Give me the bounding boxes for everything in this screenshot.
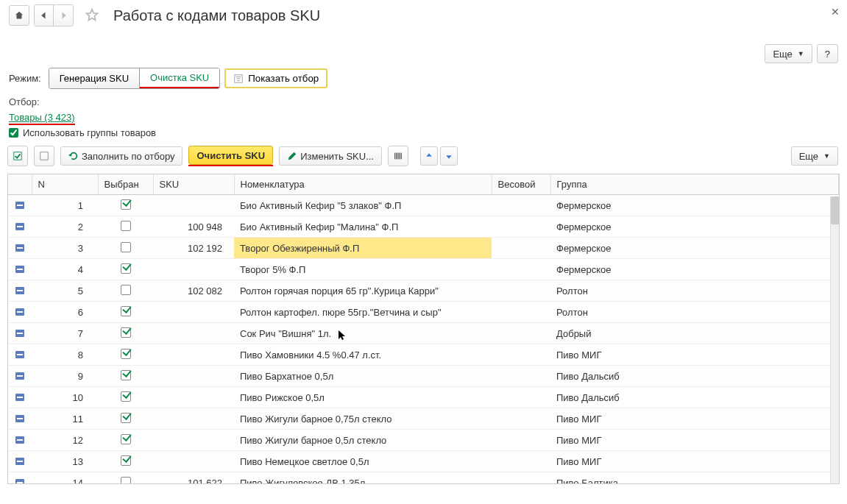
- fill-by-filter-button[interactable]: Заполнить по отбору: [60, 146, 182, 166]
- barcode-button[interactable]: [388, 146, 408, 166]
- row-checkbox[interactable]: [121, 263, 131, 274]
- col-weight-header[interactable]: Весовой: [492, 174, 550, 195]
- cell-weight: [492, 302, 550, 323]
- cell-n: 13: [32, 451, 98, 472]
- table-row[interactable]: 3102 192Творог Обезжиренный Ф.ПФермерско…: [8, 238, 839, 259]
- table-row[interactable]: 11Пиво Жигули барное 0,75л стеклоПиво МИ…: [8, 408, 839, 430]
- row-checkbox[interactable]: [121, 221, 131, 231]
- table-row[interactable]: 12Пиво Жигули барное 0,5л стеклоПиво МИГ: [8, 430, 839, 451]
- table-row[interactable]: 2100 948Био Активный Кефир "Малина" Ф.ПФ…: [8, 216, 839, 238]
- row-flag-icon: [15, 479, 24, 484]
- row-checkbox[interactable]: [121, 455, 131, 466]
- table-row[interactable]: 7Сок Рич "Вишня" 1л.Добрый: [8, 323, 839, 344]
- row-checkbox[interactable]: [121, 199, 131, 210]
- mode-gen-button[interactable]: Генерация SKU: [49, 68, 140, 88]
- deselect-all-button[interactable]: [34, 146, 54, 166]
- row-checkbox[interactable]: [121, 477, 131, 484]
- col-n-header[interactable]: N: [32, 174, 98, 195]
- cell-n: 4: [32, 259, 98, 280]
- row-checkbox[interactable]: [121, 370, 131, 380]
- table-row[interactable]: 8Пиво Хамовники 4.5 %0.47 л.ст.Пиво МИГ: [8, 344, 839, 366]
- mode-label: Режим:: [9, 73, 41, 84]
- use-groups-checkbox[interactable]: [9, 128, 18, 138]
- cell-sku: 102 192: [153, 238, 234, 259]
- home-icon: [14, 10, 24, 21]
- row-checkbox[interactable]: [121, 285, 131, 295]
- row-checkbox[interactable]: [121, 434, 131, 444]
- cell-n: 1: [32, 195, 98, 216]
- cell-weight: [492, 238, 550, 259]
- show-filter-button[interactable]: Показать отбор: [224, 68, 327, 88]
- vertical-scrollbar[interactable]: [830, 196, 839, 483]
- row-checkbox[interactable]: [121, 327, 131, 338]
- cell-n: 14: [32, 472, 98, 484]
- arrow-right-icon: [59, 11, 68, 20]
- move-down-button[interactable]: [440, 146, 458, 166]
- col-flag-header[interactable]: [8, 174, 32, 195]
- cell-group: Фермерское: [550, 195, 839, 216]
- cell-n: 8: [32, 344, 98, 366]
- cell-sku: 100 948: [153, 216, 234, 238]
- col-selected-header[interactable]: Выбран: [98, 174, 153, 195]
- cell-weight: [492, 472, 550, 484]
- col-nomen-header[interactable]: Номенклатура: [234, 174, 492, 195]
- table-row[interactable]: 13Пиво Немецкое светлое 0,5лПиво МИГ: [8, 451, 839, 472]
- table-row[interactable]: 6Ролтон картофел. пюре 55гр."Ветчина и с…: [8, 302, 839, 323]
- page-title: Работа с кодами товаров SKU: [113, 7, 320, 24]
- home-button[interactable]: [9, 5, 29, 26]
- clear-sku-button[interactable]: Очистить SKU: [188, 146, 273, 165]
- filter-label: Отбор:: [9, 96, 838, 107]
- row-flag-icon: [15, 266, 24, 273]
- pencil-icon: [287, 151, 297, 161]
- nav-back-button[interactable]: [35, 5, 54, 26]
- help-button[interactable]: ?: [817, 44, 838, 63]
- cell-group: Пиво Дальсиб: [550, 366, 839, 387]
- arrow-left-icon: [40, 11, 49, 20]
- table-row[interactable]: 10Пиво Рижское 0,5лПиво Дальсиб: [8, 387, 839, 408]
- cell-sku: [153, 195, 234, 216]
- filter-icon: [233, 74, 244, 84]
- row-checkbox[interactable]: [121, 242, 131, 252]
- table-row[interactable]: 14101 622Пиво Жигулевское ДВ 1,35лПиво Б…: [8, 472, 839, 484]
- row-checkbox[interactable]: [121, 391, 131, 402]
- use-groups-label: Использовать группы товаров: [23, 127, 156, 138]
- actions-more-button[interactable]: Еще▼: [791, 146, 838, 166]
- col-sku-header[interactable]: SKU: [153, 174, 234, 195]
- cell-group: Пиво МИГ: [550, 408, 839, 430]
- row-flag-icon: [15, 394, 24, 401]
- table-row[interactable]: 1Био Активный Кефир "5 злаков" Ф.ПФермер…: [8, 195, 839, 216]
- fill-label: Заполнить по отбору: [82, 151, 174, 162]
- svg-rect-2: [40, 152, 49, 160]
- caret-down-icon: ▼: [823, 152, 830, 160]
- cell-sku: 102 082: [153, 280, 234, 302]
- table-row[interactable]: 4Творог 5% Ф.ПФермерское: [8, 259, 839, 280]
- close-button[interactable]: ✕: [831, 6, 840, 18]
- mode-clean-button[interactable]: Очистка SKU: [140, 68, 219, 88]
- row-checkbox[interactable]: [121, 306, 131, 316]
- table-row[interactable]: 5102 082Ролтон горячая порция 65 гр".Кур…: [8, 280, 839, 302]
- favorite-star-icon[interactable]: [84, 7, 100, 24]
- cell-nomen: Пиво Жигули барное 0,75л стекло: [234, 408, 492, 430]
- cell-weight: [492, 408, 550, 430]
- refresh-icon: [68, 151, 79, 161]
- select-all-icon: [13, 151, 23, 161]
- cell-group: Фермерское: [550, 259, 839, 280]
- cell-group: Пиво МИГ: [550, 344, 839, 366]
- cell-nomen: Пиво Жигулевское ДВ 1,35л: [234, 472, 492, 484]
- row-checkbox[interactable]: [121, 349, 131, 359]
- top-more-button[interactable]: Еще▼: [765, 44, 812, 63]
- nav-forward-button[interactable]: [54, 5, 73, 26]
- move-up-button[interactable]: [420, 146, 438, 166]
- table-row[interactable]: 9Пиво Бархатное 0,5лПиво Дальсиб: [8, 366, 839, 387]
- cell-weight: [492, 430, 550, 451]
- col-group-header[interactable]: Группа: [550, 174, 839, 195]
- row-checkbox[interactable]: [121, 413, 131, 423]
- scroll-thumb[interactable]: [831, 196, 840, 224]
- row-flag-icon: [15, 223, 24, 230]
- filter-goods-link[interactable]: Товары (3 423): [9, 112, 75, 123]
- select-all-button[interactable]: [7, 146, 28, 166]
- caret-down-icon: ▼: [798, 50, 804, 57]
- barcode-icon: [393, 151, 403, 161]
- change-sku-button[interactable]: Изменить SKU...: [279, 146, 382, 166]
- cell-sku: [153, 430, 234, 451]
